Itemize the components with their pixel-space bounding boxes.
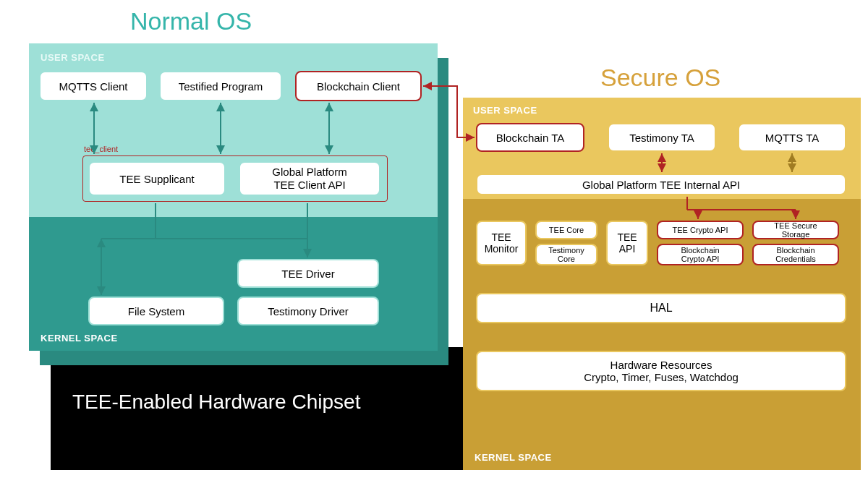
box-tee-supplicant: TEE Supplicant [88,161,226,196]
secure-user-space-label: USER SPACE [473,105,851,116]
diagram-canvas: TEE-Enabled Hardware Chipset Normal OS S… [0,0,868,486]
box-tee-api: TEE API [606,221,648,265]
box-tee-crypto-api: TEE Crypto API [657,221,744,239]
box-testimony-core: Testimony Core [535,244,597,265]
secure-user-space: USER SPACE Blockchain TA Testimony TA MQ… [463,98,861,199]
box-blockchain-ta: Blockchain TA [476,123,584,152]
box-mqtts-ta: MQTTS TA [738,123,846,152]
secure-os-title: Secure OS [600,64,720,92]
box-mqtts-client: MQTTS Client [39,71,148,101]
secure-kernel-space-label: KERNEL SPACE [475,452,552,463]
box-tee-core: TEE Core [535,221,597,239]
normal-os-panel: USER SPACE MQTTS Client Testified Progra… [29,43,438,351]
box-testified-program: Testified Program [159,71,282,101]
box-file-system: File System [88,297,224,325]
box-testimony-ta: Testimony TA [608,123,716,152]
box-blockchain-client: Blockchain Client [295,71,422,101]
normal-os-title: Normal OS [130,7,252,35]
secure-kernel-space: TEE Monitor TEE Core Testimony Core TEE … [463,199,861,470]
box-hardware-resources: Hardware Resources Crypto, Timer, Fuses,… [476,351,846,391]
box-secure-storage: TEE Secure Storage [752,221,839,239]
user-space-label: USER SPACE [41,52,426,63]
kernel-space-label: KERNEL SPACE [41,333,118,344]
box-blockchain-crypto: Blockchain Crypto API [657,244,744,265]
hw-resources-title: Hardware Resources [610,359,712,371]
box-tee-monitor: TEE Monitor [476,221,527,265]
box-testimony-driver: Testimony Driver [237,297,379,325]
hw-resources-sub: Crypto, Timer, Fuses, Watchdog [584,371,739,383]
box-gp-internal-api: Global Platform TEE Internal API [476,174,846,195]
box-gp-client-api: Global Platform TEE Client API [239,161,380,196]
normal-user-space: USER SPACE MQTTS Client Testified Progra… [29,43,438,217]
box-hal: HAL [476,293,846,323]
normal-kernel-space: TEE Driver File System Testimony Driver … [29,217,438,351]
box-tee-driver: TEE Driver [237,259,379,288]
box-blockchain-credentials: Blockchain Credentials [752,244,839,265]
tee-client-label: tee_client [84,145,118,153]
secure-os-panel: USER SPACE Blockchain TA Testimony TA MQ… [463,98,861,470]
